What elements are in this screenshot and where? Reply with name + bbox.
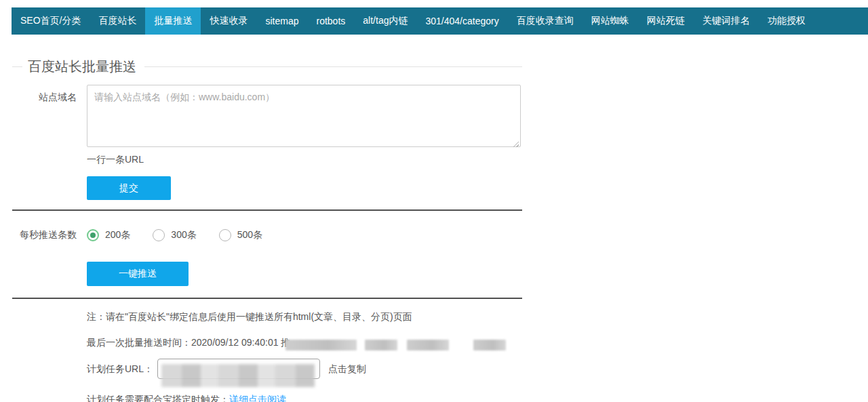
radio-option-500[interactable]: 500条	[219, 229, 262, 241]
one-click-push-button[interactable]: 一键推送	[87, 262, 189, 286]
nav-tab-keyword-rank[interactable]: 关键词排名	[694, 7, 759, 35]
rate-form-row: 每秒推送条数 200条 300条 500条	[12, 227, 522, 241]
radio-option-label: 500条	[237, 229, 262, 241]
radio-option-label: 300条	[171, 229, 196, 241]
divider-bottom	[12, 298, 522, 299]
rate-label: 每秒推送条数	[12, 227, 87, 241]
nav-tab-sitemap[interactable]: sitemap	[256, 7, 307, 35]
task-url-input[interactable]	[157, 359, 320, 379]
radio-option-300[interactable]: 300条	[153, 229, 196, 241]
radio-unselected-icon	[219, 229, 231, 241]
nav-tab-dead-links[interactable]: 网站死链	[638, 7, 694, 35]
last-push-label: 最后一次批量推送时间：	[87, 337, 191, 348]
legend-line-right	[144, 66, 522, 67]
last-push-line: 最后一次批量推送时间：2020/09/12 09:40:01 推	[87, 337, 522, 350]
nav-tab-alt-tag-links[interactable]: alt/tag内链	[354, 7, 416, 35]
domain-form-row: 站点域名 一行一条URL 提交	[12, 85, 522, 200]
usage-note: 注：请在"百度站长"绑定信息后使用一键推送所有html(文章、目录、分页)页面	[87, 311, 522, 322]
main-content: 百度站长批量推送 站点域名 一行一条URL 提交 每秒推送条数 200条 300…	[12, 60, 522, 402]
read-more-link[interactable]: 详细点击阅读	[229, 394, 286, 402]
page-title: 百度站长批量推送	[28, 60, 136, 73]
nav-tab-robots[interactable]: rotbots	[308, 7, 355, 35]
nav-tab-site-spider[interactable]: 网站蜘蛛	[583, 7, 638, 35]
trigger-note-text: 计划任务需要配合宝塔定时触发：	[87, 394, 229, 402]
task-url-label: 计划任务URL：	[87, 363, 153, 374]
domain-textarea[interactable]	[87, 85, 521, 147]
domain-help-text: 一行一条URL	[87, 154, 522, 166]
nav-tab-baidu-webmaster[interactable]: 百度站长	[90, 7, 145, 35]
top-navbar: SEO首页/分类 百度站长 批量推送 快速收录 sitemap rotbots …	[12, 7, 868, 35]
notes-section: 注：请在"百度站长"绑定信息后使用一键推送所有html(文章、目录、分页)页面 …	[87, 311, 522, 402]
radio-selected-icon	[87, 229, 99, 241]
divider-top	[12, 209, 522, 211]
task-url-line: 计划任务URL： 点击复制	[87, 359, 522, 379]
redacted-text	[285, 339, 506, 350]
legend-line-left	[12, 66, 22, 67]
rate-radio-group: 200条 300条 500条	[87, 227, 285, 241]
section-legend: 百度站长批量推送	[12, 60, 522, 73]
domain-label: 站点域名	[12, 85, 87, 200]
last-push-time: 2020/09/12 09:40:01	[191, 337, 281, 348]
copy-url-button[interactable]: 点击复制	[328, 363, 366, 374]
submit-button[interactable]: 提交	[87, 176, 171, 200]
nav-tab-seo-home[interactable]: SEO首页/分类	[12, 7, 90, 35]
radio-unselected-icon	[153, 229, 165, 241]
nav-tab-301-404-category[interactable]: 301/404/category	[416, 7, 507, 35]
redacted-url	[161, 364, 315, 387]
nav-tab-feature-auth[interactable]: 功能授权	[759, 7, 814, 35]
nav-tab-baidu-include-query[interactable]: 百度收录查询	[508, 7, 583, 35]
nav-tab-batch-push[interactable]: 批量推送	[145, 7, 201, 35]
radio-option-label: 200条	[105, 229, 130, 241]
trigger-note-line: 计划任务需要配合宝塔定时触发：详细点击阅读	[87, 394, 522, 402]
radio-option-200[interactable]: 200条	[87, 229, 130, 241]
nav-tab-quick-include[interactable]: 快速收录	[201, 7, 256, 35]
